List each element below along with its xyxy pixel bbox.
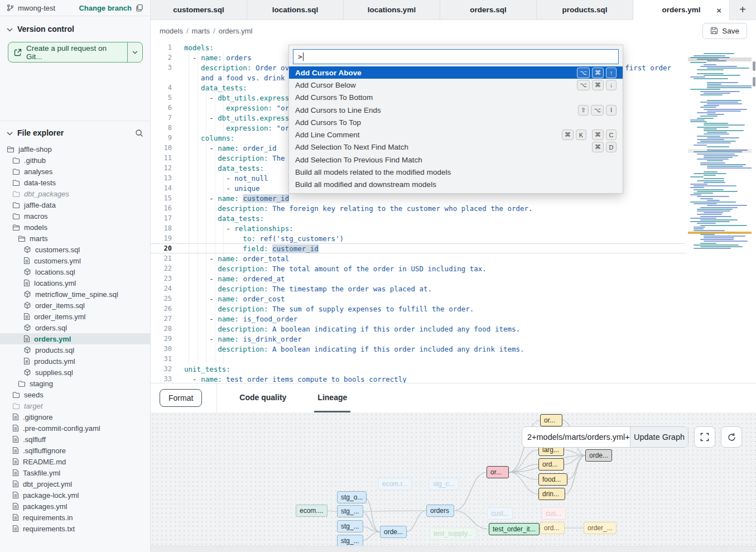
breadcrumb-part[interactable]: marts [192,27,210,35]
lineage-node-stg-3[interactable]: stg_... [337,535,363,546]
file-tree-item--sqlfluff[interactable]: .sqlfluff [0,434,150,445]
command-palette-input[interactable]: > [293,49,619,64]
code-line-18[interactable]: 18 - relationships: [151,223,685,233]
file-tree-item-package-lock-yml[interactable]: package-lock.yml [0,489,150,501]
code-line-15[interactable]: 15 - name: customer_id [151,193,685,203]
tab-locations-yml[interactable]: locations.yml [344,0,440,20]
tab-locations-sql[interactable]: locations.sql [247,0,344,20]
file-tree-item-customers-yml[interactable]: customers.yml [0,255,150,266]
code-line-28[interactable]: 28 description: A boolean indicating if … [151,324,685,334]
code-line-21[interactable]: 21 - name: order_total [151,253,685,263]
lineage-filter-input[interactable]: 2+models/marts/orders.yml+ [522,427,630,447]
file-tree-item-requirements-txt[interactable]: requirements.txt [0,523,150,534]
code-line-27[interactable]: 27 - name: is_food_order [151,314,685,324]
lineage-node-drin[interactable]: drin... [538,488,565,500]
file-tree-item--sqlfluffignore[interactable]: .sqlfluffignore [0,445,150,456]
pr-dropdown-caret[interactable] [127,42,142,62]
palette-item-add-line-comment[interactable]: Add Line Comment⌘K⌘C [289,128,623,141]
file-tree-item-seeds[interactable]: seeds [0,389,150,400]
code-line-26[interactable]: 26 description: The sum of supply expens… [151,304,685,314]
palette-item-add-cursors-to-top[interactable]: Add Cursors To Top [289,116,623,128]
lineage-canvas[interactable]: ecom....stg_o...stg_...stg_...stg_...ord… [151,412,756,546]
file-tree-item-dbt-project-yml[interactable]: dbt_project.yml [0,478,150,489]
code-line-17[interactable]: 17 data_tests: [151,213,685,223]
file-tree-item-metricflow-time-spine-sql[interactable]: metricflow_time_spine.sql [0,289,150,300]
code-line-30[interactable]: 30 description: A boolean indicating if … [151,344,685,354]
palette-item-add-selection-to-next-find-match[interactable]: Add Selection To Next Find Match⌘D [289,141,623,153]
lineage-node-orde-g[interactable]: orde... [585,449,612,462]
file-tree-item-supplies-sql[interactable]: supplies.sql [0,367,150,378]
minimap[interactable] [688,49,752,254]
lineage-node-cus-f[interactable]: cus... [542,507,566,520]
lineage-node-test-order[interactable]: test_order_it... [489,523,540,535]
file-tree-item--gitignore[interactable]: .gitignore [0,411,150,423]
code-line-24[interactable]: 24 description: The timestamp the order … [151,284,685,294]
code-line-32[interactable]: 32unit_tests: [151,364,685,374]
file-tree-item-customers-sql[interactable]: customers.sql [0,244,150,255]
file-tree-item-data-tests[interactable]: data-tests [0,177,150,188]
create-pr-button[interactable]: Create a pull request on Git... [8,42,143,63]
file-tree-item-order-items-yml[interactable]: order_items.yml [0,311,150,322]
lineage-node-ecom[interactable]: ecom.... [296,505,328,517]
lineage-node-or-top[interactable]: or... [540,414,562,426]
tab-customers-sql[interactable]: customers.sql [151,0,247,20]
palette-item-add-cursors-to-bottom[interactable]: Add Cursors To Bottom [289,92,623,104]
lineage-node-orders[interactable]: orders [426,505,454,517]
file-tree-item-readme-md[interactable]: README.md [0,456,150,467]
tab-orders-sql[interactable]: orders.sql [440,0,537,20]
lineage-node-ecom-r[interactable]: ecom.r... [378,478,412,490]
search-icon[interactable] [135,129,143,137]
chevron-down-icon[interactable] [7,24,13,34]
code-line-25[interactable]: 25 - name: order_cost [151,294,685,304]
file-tree-item-jaffle-data[interactable]: jaffle-data [0,199,150,210]
code-line-22[interactable]: 22 description: The total amount of the … [151,263,685,273]
lineage-node-stg-2[interactable]: stg_... [337,520,363,532]
file-tree-item-jaffle-shop[interactable]: jaffle-shop [0,143,150,155]
code-line-23[interactable]: 23 - name: ordered_at [151,273,685,284]
lineage-node-or-pink[interactable]: or... [487,466,509,478]
fullscreen-button[interactable] [694,426,715,448]
file-tree-item-taskfile-yml[interactable]: Taskfile.yml [0,467,150,478]
lineage-node-orde-b[interactable]: orde... [380,526,407,538]
palette-item-build-all-models-related-to-the-modified-models[interactable]: Build all models related to the modified… [289,166,623,178]
file-tree-item-packages-yml[interactable]: packages.yml [0,501,150,512]
breadcrumb-part[interactable]: models [160,27,183,35]
copy-branch-icon[interactable] [136,4,143,12]
code-line-16[interactable]: 16 description: The foreign key relating… [151,203,685,213]
code-line-33[interactable]: 33 - name: test_order_items_compute_to_b… [151,374,685,383]
file-tree-item-orders-yml[interactable]: orders.yml [0,333,150,344]
lineage-node-order-l[interactable]: order_... [584,522,617,534]
chevron-down-icon[interactable] [7,128,13,138]
change-branch-link[interactable]: Change branch [79,4,132,12]
file-tree-item-locations-sql[interactable]: locations.sql [0,266,150,277]
format-button[interactable]: Format [160,389,202,407]
lineage-node-food[interactable]: food... [538,473,567,486]
file-tree-item--github[interactable]: .github [0,155,150,166]
file-tree-item-staging[interactable]: staging [0,378,150,389]
file-tree-item-dbt-packages[interactable]: dbt_packages [0,188,150,199]
file-tree-item-products-sql[interactable]: products.sql [0,344,150,356]
palette-item-add-cursor-above[interactable]: Add Cursor Above⌥⌘↑ [289,66,623,79]
file-tree-item-order-items-sql[interactable]: order_items.sql [0,300,150,311]
file-tree-item--pre-commit-config-yaml[interactable]: .pre-commit-config.yaml [0,423,150,434]
code-line-19[interactable]: 19 to: ref('stg_customers') [151,233,685,243]
file-tree-item-models[interactable]: models [0,222,150,233]
breadcrumb-part[interactable]: orders.yml [219,27,253,35]
file-tree-item-requirements-in[interactable]: requirements.in [0,512,150,523]
editor-vertical-scrollbar[interactable] [752,41,756,383]
lineage-node-ord-l[interactable]: ord... [540,522,565,534]
save-button[interactable]: Save [702,23,747,39]
file-tree-item-locations-yml[interactable]: locations.yml [0,277,150,289]
lineage-node-test-supply[interactable]: test_supply... [430,527,476,540]
bottom-tab-code-quality[interactable]: Code quality [236,383,290,412]
bottom-tab-lineage[interactable]: Lineage [314,383,350,412]
code-line-20[interactable]: 20 field: customer_id [151,243,685,253]
code-line-31[interactable]: 31 [151,354,685,364]
palette-item-build-all-modified-and-downstream-models[interactable]: Build all modified and downstream models [289,179,623,191]
file-tree-item-target[interactable]: target [0,400,150,411]
tab-products-sql[interactable]: products.sql [537,0,633,20]
palette-item-add-cursor-below[interactable]: Add Cursor Below⌥⌘↓ [289,79,623,91]
file-tree-item-macros[interactable]: macros [0,210,150,222]
update-graph-button[interactable]: Update Graph [630,427,688,447]
new-tab-button[interactable]: + [730,0,755,20]
